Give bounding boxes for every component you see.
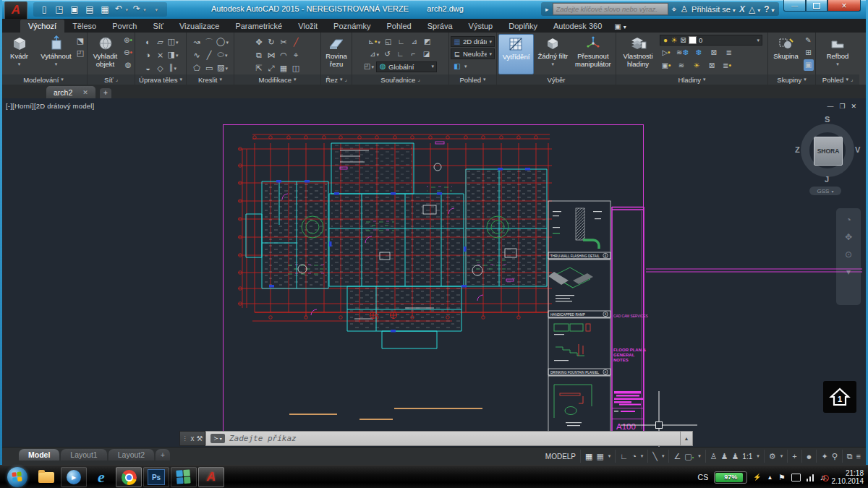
- zoom-icon[interactable]: ⊙: [843, 249, 854, 260]
- drawing-close-icon[interactable]: ✕: [851, 103, 856, 110]
- panel-label-skupiny[interactable]: Skupiny▾: [768, 74, 815, 85]
- open-file-icon[interactable]: ◳: [54, 3, 64, 16]
- viewcube-east[interactable]: V: [855, 145, 860, 154]
- group-button[interactable]: Skupina: [770, 34, 802, 74]
- line-icon[interactable]: ╱: [204, 49, 214, 61]
- panel-label-kreslit[interactable]: Kreslit▾: [187, 74, 234, 85]
- layer-isolate-icon[interactable]: ▷•: [661, 47, 671, 59]
- save-icon[interactable]: ▣: [69, 3, 80, 16]
- rotate-icon[interactable]: ↻: [266, 36, 276, 48]
- layer-thaw-all-icon[interactable]: ≋: [676, 60, 686, 72]
- presspull-icon[interactable]: ◰: [75, 47, 85, 59]
- move-icon[interactable]: ✥: [254, 36, 264, 48]
- trim-icon[interactable]: ✂: [278, 36, 289, 48]
- full-navigation-wheel-icon[interactable]: ◔: [843, 214, 854, 226]
- customization-menu-icon[interactable]: ≡: [856, 452, 861, 461]
- ungroup-icon[interactable]: ✎: [804, 35, 814, 46]
- ribbon-state-icon[interactable]: ▣: [614, 22, 626, 33]
- ucs-face-icon[interactable]: ⊿: [409, 36, 420, 48]
- tab-pohled[interactable]: Pohled: [378, 20, 419, 33]
- qat-customize-icon[interactable]: ▾: [151, 2, 161, 17]
- viewcube-north[interactable]: S: [825, 115, 830, 124]
- layer-prev-icon[interactable]: ≣•: [722, 60, 732, 72]
- mesh-crease-icon[interactable]: ◍: [123, 59, 133, 71]
- action-center-icon[interactable]: ⚑: [778, 473, 785, 481]
- ucs-world-icon[interactable]: ◱: [383, 36, 393, 48]
- language-indicator[interactable]: CS: [698, 473, 709, 481]
- command-close-icon[interactable]: x: [191, 435, 195, 442]
- tab-layout2[interactable]: Layout2: [109, 449, 154, 461]
- layer-unisolate-icon[interactable]: ▣•: [661, 60, 671, 72]
- panel-label-pohled-2[interactable]: Pohled▾⌟: [816, 74, 859, 85]
- mesh-reduce-icon[interactable]: ⊖•: [123, 47, 133, 59]
- arc-icon[interactable]: ⌒: [204, 36, 214, 48]
- ucs-zaxis-icon[interactable]: ⌐: [409, 48, 419, 61]
- panel-label-modifikace[interactable]: Modifikace▾: [234, 74, 320, 85]
- layer-combo[interactable]: ● ☀ ⊠ 0▾: [660, 35, 762, 46]
- help-search-input[interactable]: [553, 3, 668, 15]
- no-filter-button[interactable]: Žádný filtr▾: [535, 34, 571, 74]
- spline-icon[interactable]: ∿: [192, 49, 202, 61]
- start-button[interactable]: [7, 467, 27, 487]
- explode-icon[interactable]: ⌖: [291, 49, 301, 61]
- taskbar-windows-app-button[interactable]: [171, 467, 197, 487]
- panel-label-pohled[interactable]: Pohled▾: [449, 74, 496, 85]
- hatch-icon[interactable]: ▨▾: [216, 61, 229, 74]
- panel-label-vyber[interactable]: Výběr: [497, 74, 616, 85]
- redo-icon[interactable]: ↷ ▾: [133, 2, 146, 17]
- minimize-button[interactable]: —: [783, 0, 806, 12]
- autoscale-icon[interactable]: ♟: [721, 452, 728, 461]
- polysolid-icon[interactable]: ⬔: [75, 35, 85, 46]
- ucs-named-icon[interactable]: ◰▾: [364, 61, 374, 73]
- ucs-object-icon[interactable]: ◩: [422, 36, 433, 48]
- base-point-button[interactable]: Refbod▾: [820, 34, 855, 74]
- help-icon[interactable]: ?: [764, 4, 774, 14]
- drawing-minimize-icon[interactable]: —: [827, 103, 833, 110]
- visual-style-combo[interactable]: ▦ 2D drátov...▾: [451, 36, 495, 47]
- viewcube-south[interactable]: J: [825, 175, 829, 184]
- circle-icon[interactable]: ◯▾: [216, 35, 229, 48]
- viewport-controls[interactable]: [-][Horní][2D drátový model]: [6, 102, 94, 110]
- snap-settings-caret[interactable]: ▾: [608, 453, 611, 459]
- clock[interactable]: 21:18 2.10.2014: [832, 469, 864, 485]
- panel-label-sit[interactable]: Síť⌟: [88, 74, 135, 85]
- command-input-field[interactable]: ≻▾ Zadejte příkaz: [205, 431, 681, 446]
- annotation-monitor-icon[interactable]: +: [792, 452, 796, 461]
- tab-sit[interactable]: Síť: [145, 20, 171, 33]
- units-icon[interactable]: ●: [807, 451, 812, 462]
- pan-icon[interactable]: ✥: [843, 231, 854, 243]
- workspace-caret[interactable]: ▾: [780, 453, 783, 459]
- slice-icon[interactable]: ▱: [156, 36, 166, 48]
- recent-commands-icon[interactable]: ≻▾: [210, 434, 225, 443]
- workspace-switching-icon[interactable]: ⚙: [769, 452, 776, 461]
- group-edit-icon[interactable]: ⊞: [804, 47, 814, 59]
- object-snap-tracking-icon[interactable]: ╲: [652, 452, 658, 461]
- layer-match-icon[interactable]: ≣: [724, 47, 734, 59]
- ucs-x-icon[interactable]: ⊿▾: [370, 48, 380, 61]
- mesh-refine-icon[interactable]: ⊕•: [123, 35, 133, 46]
- scale-list-caret[interactable]: ▾: [757, 453, 760, 459]
- panel-label-modelovani[interactable]: Modelování▾: [0, 74, 87, 85]
- tab-teleso[interactable]: Těleso: [64, 20, 104, 33]
- extrude-button[interactable]: Vytáhnout▾: [38, 34, 74, 74]
- panel-label-souradnice[interactable]: Souřadnice⌟: [352, 74, 448, 85]
- fillet-icon[interactable]: ◠: [278, 49, 289, 61]
- command-line-grip[interactable]: ⋮ x ⚒: [179, 431, 205, 446]
- stretch-icon[interactable]: ⇱: [254, 62, 264, 74]
- lock-ui-icon[interactable]: ⚲: [832, 452, 838, 461]
- box-button[interactable]: Kvádr▾: [1, 34, 37, 74]
- ucs-rotate-icon[interactable]: ↺: [383, 48, 393, 61]
- ucs-z-icon[interactable]: ∟: [396, 48, 406, 61]
- clean-screen-icon[interactable]: ⧉: [847, 452, 853, 461]
- maximize-button[interactable]: [806, 0, 827, 12]
- tab-autodesk-360[interactable]: Autodesk 360: [545, 20, 610, 33]
- undo-icon[interactable]: ↶ ▾: [115, 2, 128, 17]
- panel-label-rez[interactable]: Řez▾⌟: [321, 74, 352, 85]
- annotation-scale-icon[interactable]: ♟: [731, 452, 739, 461]
- ucs-icon[interactable]: ⊾•▾: [368, 36, 380, 48]
- customize-command-icon[interactable]: ⚒: [197, 435, 203, 442]
- otrack-settings-caret[interactable]: ▾: [662, 453, 665, 459]
- thicken-icon[interactable]: ◇: [156, 62, 166, 74]
- show-hidden-icons[interactable]: ▲: [767, 474, 773, 481]
- drawing-restore-icon[interactable]: ❐: [839, 103, 845, 110]
